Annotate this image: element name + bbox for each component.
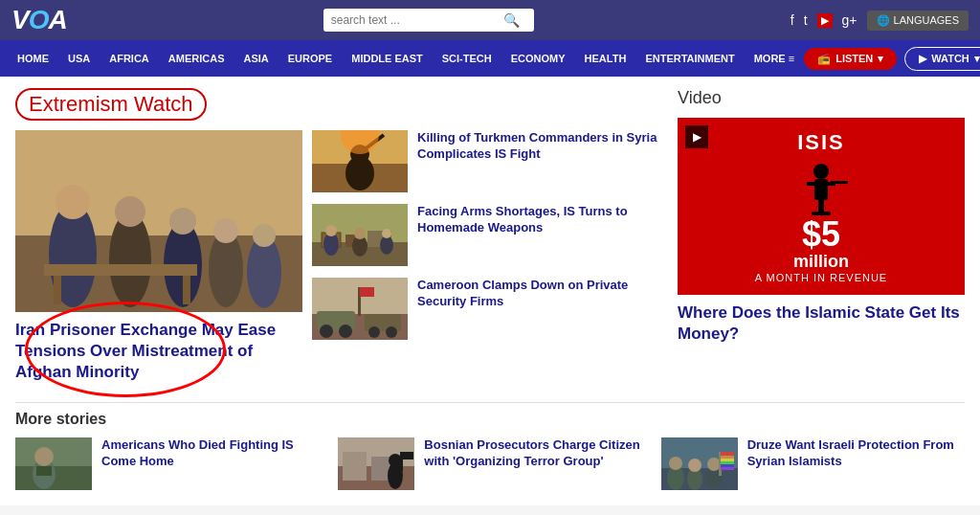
nav-links: HOME USA AFRICA AMERICAS ASIA EUROPE MID… [8, 53, 804, 64]
nav-sci-tech[interactable]: SCI-TECH [433, 53, 501, 64]
featured-image-content [15, 130, 302, 312]
video-section-title: Video [678, 88, 965, 108]
nav-home[interactable]: HOME [8, 53, 58, 64]
svg-point-68 [688, 459, 702, 472]
nav-entertainment[interactable]: ENTERTAINMENT [635, 53, 744, 64]
side-article-title-3[interactable]: Cameroon Clamps Down on Private Security… [417, 278, 658, 310]
svg-point-40 [368, 326, 380, 338]
nav-asia[interactable]: ASIA [234, 53, 278, 64]
nav-more[interactable]: MORE ≡ [745, 53, 804, 64]
isis-label: ISIS [755, 130, 887, 155]
listen-label: LISTEN [835, 53, 873, 64]
svg-point-33 [382, 229, 391, 238]
svg-rect-54 [36, 466, 52, 476]
svg-rect-58 [371, 457, 390, 481]
featured-image-wrap: Iran Prisoner Exchange May Ease Tensions… [15, 130, 302, 383]
side-article-2: Facing Arms Shortages, IS Turns to Homem… [312, 204, 658, 266]
svg-rect-74 [721, 459, 734, 461]
side-articles: Killing of Turkmen Commanders in Syria C… [312, 130, 658, 383]
google-plus-icon[interactable]: g+ [842, 12, 858, 28]
story-card-1: Americans Who Died Fighting IS Come Home [15, 437, 319, 490]
isis-revenue: A MONTH IN REVENUE [755, 272, 887, 283]
svg-point-29 [325, 225, 337, 236]
svg-point-10 [213, 218, 238, 243]
nav-economy[interactable]: ECONOMY [501, 53, 575, 64]
svg-point-41 [386, 326, 397, 338]
search-bar[interactable]: 🔍 [323, 9, 534, 32]
nav-americas[interactable]: AMERICAS [159, 53, 234, 64]
story-card-3: Druze Want Israeli Protection From Syria… [661, 437, 965, 490]
story-title-2[interactable]: Bosnian Prosecutors Charge Citizen with … [424, 437, 641, 470]
content-area: Extremism Watch [0, 77, 980, 394]
nav-africa[interactable]: AFRICA [100, 53, 159, 64]
svg-rect-57 [343, 452, 367, 481]
svg-point-66 [669, 457, 682, 470]
svg-point-44 [813, 164, 829, 179]
svg-rect-15 [183, 276, 190, 304]
listen-chevron: ▾ [878, 53, 883, 65]
main-nav: HOME USA AFRICA AMERICAS ASIA EUROPE MID… [0, 40, 980, 77]
languages-label: LANGUAGES [894, 14, 959, 26]
isis-million: million [755, 252, 887, 272]
side-article-title-2[interactable]: Facing Arms Shortages, IS Turns to Homem… [417, 204, 658, 236]
side-article-title-1[interactable]: Killing of Turkmen Commanders in Syria C… [417, 130, 658, 163]
story-card-2: Bosnian Prosecutors Charge Citizen with … [338, 437, 641, 490]
languages-button[interactable]: 🌐 LANGUAGES [867, 11, 969, 31]
svg-point-70 [707, 458, 721, 471]
search-icon[interactable]: 🔍 [503, 12, 520, 28]
more-stories-section: More stories Americans Who Died Fighting… [0, 394, 980, 505]
svg-point-12 [253, 224, 276, 247]
more-stories-title: More stories [15, 402, 965, 428]
video-title[interactable]: Where Does the Islamic State Get Its Mon… [678, 302, 965, 345]
svg-rect-77 [721, 467, 734, 470]
listen-button[interactable]: 📻 LISTEN ▾ [804, 48, 897, 70]
nav-europe[interactable]: EUROPE [278, 53, 342, 64]
svg-point-6 [115, 196, 145, 227]
video-thumbnail[interactable]: ▶ ISIS $5 million A MONTH IN REVENUE [678, 118, 965, 295]
story-thumb-2[interactable] [338, 437, 414, 490]
svg-rect-76 [721, 464, 734, 467]
side-thumb-1[interactable] [312, 130, 408, 192]
nav-middle-east[interactable]: MIDDLE EAST [342, 53, 433, 64]
story-thumb-3[interactable] [661, 437, 738, 490]
svg-point-53 [34, 447, 54, 466]
featured-article: Iran Prisoner Exchange May Ease Tensions… [15, 130, 658, 383]
story-thumb-1[interactable] [15, 437, 92, 490]
side-thumb-3[interactable] [312, 278, 408, 340]
svg-rect-73 [721, 456, 734, 459]
svg-point-38 [339, 325, 352, 338]
featured-image[interactable] [15, 130, 302, 312]
watch-chevron: ▾ [974, 53, 980, 65]
nav-health[interactable]: HEALTH [575, 53, 636, 64]
more-stories-grid: Americans Who Died Fighting IS Come Home [15, 437, 965, 490]
story-title-3[interactable]: Druze Want Israeli Protection From Syria… [747, 437, 965, 470]
twitter-icon[interactable]: t [804, 12, 808, 28]
svg-point-8 [169, 208, 196, 235]
main-content: Extremism Watch [15, 88, 658, 383]
svg-point-4 [56, 185, 90, 219]
section-title: Extremism Watch [15, 88, 207, 121]
svg-rect-75 [721, 461, 734, 464]
video-play-icon[interactable]: ▶ [685, 125, 708, 148]
svg-point-37 [320, 325, 333, 338]
side-article-3: Cameroon Clamps Down on Private Security… [312, 278, 658, 340]
globe-icon: 🌐 [877, 14, 890, 27]
side-article-1: Killing of Turkmen Commanders in Syria C… [312, 130, 658, 192]
svg-point-60 [389, 454, 402, 467]
nav-usa[interactable]: USA [58, 53, 100, 64]
svg-rect-13 [44, 264, 197, 276]
side-thumb-2[interactable] [312, 204, 408, 266]
youtube-icon[interactable]: ▶ [817, 13, 833, 28]
video-sidebar: Video ▶ ISIS $5 million A MONTH IN REVEN… [678, 88, 965, 383]
video-isis-content: ISIS $5 million A MONTH IN REVENUE [755, 130, 887, 283]
watch-button[interactable]: ▶ WATCH ▾ [904, 47, 980, 71]
svg-rect-72 [721, 452, 734, 456]
featured-headline[interactable]: Iran Prisoner Exchange May Ease Tensions… [15, 320, 302, 383]
story-title-1[interactable]: Americans Who Died Fighting IS Come Home [101, 437, 319, 470]
isis-amount: $5 [755, 217, 887, 252]
search-input[interactable] [331, 13, 503, 27]
facebook-icon[interactable]: f [791, 12, 794, 28]
top-header: VOA 🔍 f t ▶ g+ 🌐 LANGUAGES [0, 0, 980, 40]
social-icons: f t ▶ g+ 🌐 LANGUAGES [791, 11, 969, 31]
svg-point-31 [354, 228, 366, 239]
